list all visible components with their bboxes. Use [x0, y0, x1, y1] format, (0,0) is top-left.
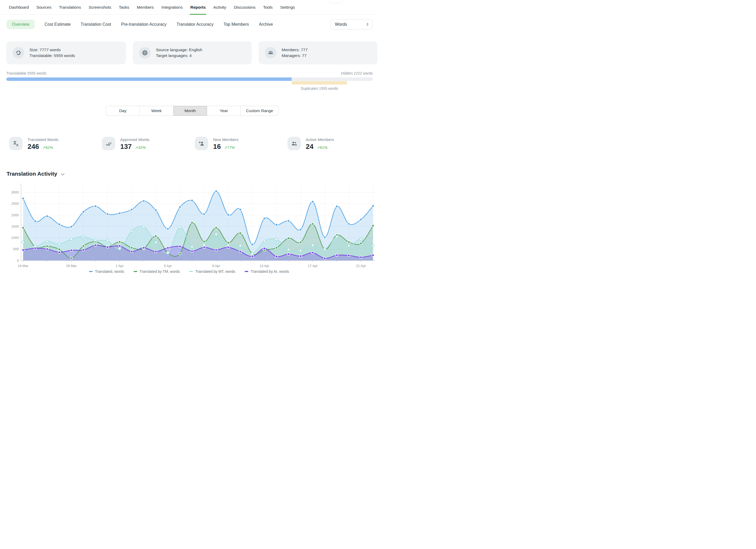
- legend-item-translated-by-ai-words[interactable]: Translated by AI, words: [245, 269, 289, 274]
- translation-activity-chart[interactable]: 05001000150020002500300024 Mar28 Mar1 Ap…: [0, 181, 378, 269]
- info-line: Members: 777: [282, 47, 308, 53]
- members-group-icon: [265, 47, 276, 59]
- svg-text:1 Apr: 1 Apr: [116, 264, 124, 268]
- svg-text:0: 0: [17, 259, 19, 263]
- nav-item-members[interactable]: Members: [137, 0, 154, 15]
- reports-overview-page: DashboardSourcesTranslationsScreenshotsT…: [0, 0, 378, 275]
- legend-item-translated-by-tm-words[interactable]: Translated by TM, words: [134, 269, 180, 274]
- subnav-tab-translator-accuracy[interactable]: Translator Accuracy: [177, 22, 214, 27]
- svg-text:500: 500: [13, 247, 19, 251]
- info-card-members: Members: 777Managers: 77: [259, 41, 377, 64]
- legend-swatch: [134, 271, 137, 272]
- svg-text:1000: 1000: [11, 236, 19, 240]
- legend-label: Translated, words: [95, 269, 124, 274]
- translatable-label: Translatable 5555 words: [6, 71, 46, 75]
- stat-change: ↗81%: [317, 145, 327, 150]
- person-add-icon: [195, 137, 208, 150]
- legend-label: Translated by MT, words: [195, 269, 235, 274]
- info-card-source-language: Source language: EnglishTarget languages…: [133, 41, 252, 64]
- stat-label: Active Members: [306, 137, 334, 142]
- range-tab-custom-range[interactable]: Custom Range: [240, 106, 278, 116]
- range-tab-month[interactable]: Month: [173, 106, 207, 116]
- stat-change: ↗77%: [224, 145, 235, 150]
- subnav-tab-overview[interactable]: Overview: [7, 20, 35, 29]
- legend-item-translated-words[interactable]: Translated, words: [89, 269, 124, 274]
- stat-new-members: New Members16↗77%: [195, 137, 239, 151]
- stat-value: 137: [120, 143, 132, 151]
- svg-text:3000: 3000: [11, 190, 19, 194]
- nav-item-screenshots[interactable]: Screenshots: [89, 0, 111, 15]
- subnav-tab-translation-cost[interactable]: Translation Cost: [81, 22, 111, 27]
- svg-text:17 Apr: 17 Apr: [308, 264, 318, 268]
- nav-item-tools[interactable]: Tools: [263, 0, 272, 15]
- nav-item-reports[interactable]: Reports: [190, 0, 206, 15]
- stat-value: 16: [213, 143, 221, 151]
- info-line: Source language: English: [156, 47, 202, 53]
- subnav-tab-cost-estimate[interactable]: Cost Estimate: [45, 22, 71, 27]
- words-progress-bar: [6, 77, 373, 81]
- legend-swatch: [89, 271, 93, 272]
- nav-item-sources[interactable]: Sources: [36, 0, 51, 15]
- info-card-size: Size: 7777 wordsTranslatable: 5555 words: [6, 41, 126, 64]
- subnav-tab-top-members[interactable]: Top Members: [223, 22, 249, 27]
- info-line: Managers: 77: [282, 53, 308, 59]
- stat-value: 246: [28, 143, 39, 151]
- nav-divider: [0, 14, 378, 15]
- nav-item-activity[interactable]: Activity: [213, 0, 226, 15]
- stat-label: Approved Words: [120, 137, 149, 142]
- double-check-icon: [102, 137, 115, 150]
- chart-legend: Translated, wordsTranslated by TM, words…: [0, 269, 378, 274]
- legend-label: Translated by TM, words: [140, 269, 180, 274]
- translate-icon: A: [9, 137, 23, 150]
- svg-text:A: A: [16, 143, 18, 147]
- legend-swatch: [189, 271, 193, 272]
- legend-item-translated-by-mt-words[interactable]: Translated by MT, words: [189, 269, 235, 274]
- chevron-down-icon[interactable]: [61, 172, 65, 176]
- svg-text:24 Mar: 24 Mar: [18, 264, 29, 268]
- stat-value: 24: [306, 143, 313, 151]
- nav-item-integrations[interactable]: Integrations: [161, 0, 183, 15]
- legend-swatch: [245, 271, 248, 272]
- nav-item-translations[interactable]: Translations: [59, 0, 81, 15]
- legend-label: Translated by AI, words: [251, 269, 289, 274]
- info-line: Size: 7777 words: [29, 47, 75, 53]
- svg-text:5 Apr: 5 Apr: [164, 264, 172, 268]
- subnav-tab-pre-translation-accuracy[interactable]: Pre-translation Accuracy: [121, 22, 166, 27]
- stat-change: ↗42%: [135, 145, 146, 150]
- nav-item-dashboard[interactable]: Dashboard: [9, 0, 29, 15]
- nav-item-tasks[interactable]: Tasks: [119, 0, 129, 15]
- date-range-tabs: DayWeekMonthYearCustom Range: [106, 106, 279, 116]
- range-tab-week[interactable]: Week: [139, 106, 173, 116]
- unit-selector[interactable]: Words: [330, 19, 372, 29]
- svg-text:21 Apr: 21 Apr: [356, 264, 366, 268]
- svg-text:2000: 2000: [11, 213, 19, 217]
- globe-icon: [139, 47, 151, 59]
- reports-sub-nav: OverviewCost EstimateTranslation CostPre…: [7, 19, 273, 29]
- stat-translated-words: ATranslated Words246↗62%: [9, 137, 59, 151]
- hidden-label: Hidden 2222 words: [341, 71, 373, 75]
- nav-item-settings[interactable]: Settings: [280, 0, 295, 15]
- range-tab-year[interactable]: Year: [207, 106, 240, 116]
- donut-icon: [13, 47, 24, 59]
- range-tab-day[interactable]: Day: [106, 106, 139, 116]
- duplicates-label: Duplicates 1555 words: [280, 86, 359, 91]
- stat-label: Translated Words: [28, 137, 59, 142]
- info-line: Translatable: 5555 words: [29, 53, 75, 59]
- svg-text:9 Apr: 9 Apr: [212, 264, 220, 268]
- info-line: Target languages: 4: [156, 53, 202, 59]
- duplicates-bar-segment: [292, 81, 347, 85]
- subnav-tab-archive[interactable]: Archive: [259, 22, 273, 27]
- svg-text:13 Apr: 13 Apr: [260, 264, 270, 268]
- section-title: Translation Activity: [7, 171, 57, 177]
- unit-selector-value: Words: [335, 22, 366, 27]
- svg-text:1500: 1500: [11, 224, 19, 228]
- stat-change: ↗62%: [42, 145, 53, 150]
- two-people-icon: [287, 137, 301, 150]
- stat-active-members: Active Members24↗81%: [287, 137, 334, 151]
- main-nav: DashboardSourcesTranslationsScreenshotsT…: [0, 0, 378, 15]
- stat-approved-words: Approved Words137↗42%: [102, 137, 149, 151]
- select-arrows-icon: [366, 23, 369, 26]
- translatable-bar-segment: [6, 77, 292, 81]
- nav-item-discussions[interactable]: Discussions: [234, 0, 256, 15]
- svg-text:2500: 2500: [11, 202, 19, 206]
